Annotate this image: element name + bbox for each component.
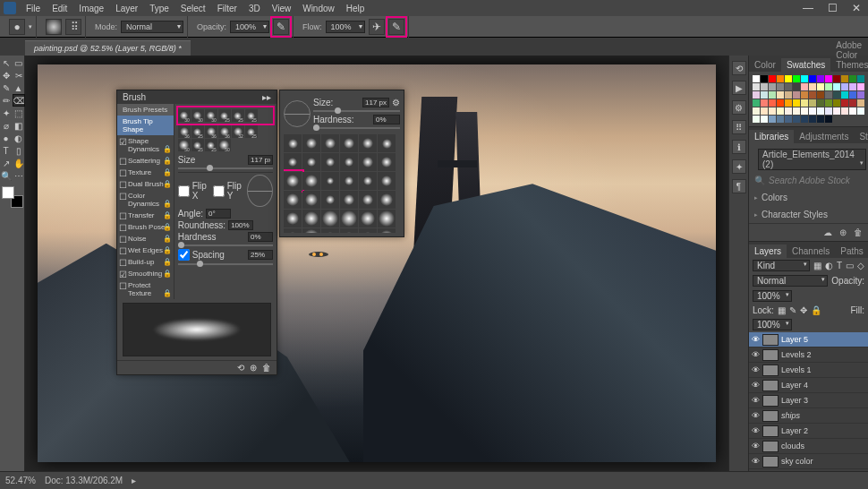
brush-tip-cell[interactable]: 36 [205,125,217,138]
layer-row[interactable]: 👁Levels 2 [749,347,868,363]
tool-16[interactable]: ↗ [1,158,12,168]
swatch[interactable] [809,91,816,99]
layer-opacity-field[interactable]: 100% [753,290,792,302]
properties-icon[interactable]: ⚙ [732,100,746,115]
lib-upload-icon[interactable]: ☁ [823,227,832,237]
swatch[interactable] [753,83,760,90]
brush-tip-cell[interactable]: 32 [232,125,244,138]
swatch[interactable] [769,83,776,90]
library-dropdown[interactable]: Article_Elements_2014 (2) [758,149,866,170]
swatch[interactable] [801,99,808,107]
swatch[interactable] [753,116,760,123]
brush-option[interactable]: ☐Color Dynamics🔒 [117,190,174,210]
brush-option[interactable]: ☐Transfer🔒 [117,210,174,221]
spacing-checkbox[interactable] [178,249,190,261]
brush-preset-cell[interactable] [321,210,339,227]
tab-channels[interactable]: Channels [787,244,835,258]
swatch[interactable] [785,75,792,82]
panel-close-icon[interactable]: ▸▸ [262,92,271,102]
swatch[interactable] [825,116,832,123]
picker-angle-control[interactable] [284,100,311,127]
visibility-icon[interactable]: 👁 [751,426,760,435]
brush-preset-cell[interactable] [302,228,320,233]
brush-option[interactable]: ☐Noise🔒 [117,233,174,244]
menu-select[interactable]: Select [175,4,211,13]
swatch[interactable] [849,107,856,115]
lock-paint-icon[interactable]: ✎ [789,305,796,315]
swatch[interactable] [849,83,856,90]
create-brush-icon[interactable]: ⊕ [250,363,257,373]
swatch[interactable] [761,116,768,123]
brush-preset-cell[interactable] [359,228,377,233]
lib-add-icon[interactable]: ⊕ [839,227,847,237]
brush-preset-cell[interactable] [378,228,396,233]
roundness-field[interactable] [228,220,253,230]
brush-preset-cell[interactable] [378,134,396,152]
brush-preset-cell[interactable] [284,210,302,227]
swatch[interactable] [769,107,776,115]
brush-preset-cell[interactable] [321,134,339,152]
swatch[interactable] [753,91,760,99]
brush-preset-cell[interactable] [340,134,358,152]
tab-styles[interactable]: Styles [854,130,868,143]
swatch[interactable] [801,116,808,123]
swatch[interactable] [801,83,808,90]
lock-trans-icon[interactable]: ▦ [778,305,786,315]
swatch[interactable] [777,107,784,115]
brush-tip-cell[interactable]: 25 [191,125,204,138]
brush-preview-icon[interactable] [46,19,62,35]
brush-option[interactable]: ☐Brush Pose🔒 [117,221,174,233]
brush-preset-cell[interactable] [378,210,396,227]
tab-color[interactable]: Color [749,58,781,72]
brush-tip-cell[interactable]: 25 [232,109,244,122]
layer-row[interactable]: 👁Levels 1 [749,363,868,378]
swatch[interactable] [769,99,776,107]
brush-option[interactable]: ☑Smoothing🔒 [117,268,174,279]
tab-layers[interactable]: Layers [749,244,787,258]
brush-preset-cell[interactable] [284,134,302,152]
tool-15[interactable]: ▯ [13,145,24,156]
swatch[interactable] [785,99,792,107]
layer-fill-field[interactable]: 100% [753,319,792,330]
tool-8[interactable]: ✦ [1,107,12,118]
brush-presets-header[interactable]: Brush Presets [117,104,174,116]
swatch[interactable] [809,83,816,90]
doc-size[interactable]: Doc: 13.3M/206.2M [45,476,123,485]
layer-row[interactable]: 👁Layer 2 [749,424,868,439]
brush-presets-icon[interactable]: ⠿ [732,120,746,134]
swatch[interactable] [793,75,800,82]
swatch[interactable] [857,107,864,115]
info-icon[interactable]: ℹ [732,140,746,154]
tab-libraries[interactable]: Libraries [749,130,794,143]
size-slider[interactable] [178,167,273,169]
airbrush-icon[interactable]: ✈ [369,19,385,35]
layer-blend-dropdown[interactable]: Normal [753,275,828,287]
brush-preset-cell[interactable] [284,228,302,233]
tool-0[interactable]: ↖ [1,57,12,68]
angle-control[interactable] [247,175,273,207]
swatch[interactable] [817,116,824,123]
swatch[interactable] [785,107,792,115]
tab-paths[interactable]: Paths [835,244,868,258]
brush-option[interactable]: ☐Texture🔒 [117,167,174,178]
brush-tip-cell[interactable]: 50 [178,139,191,151]
swatch[interactable] [841,75,848,82]
spacing-field[interactable] [248,250,273,260]
swatch[interactable] [761,91,768,99]
layer-row[interactable]: 👁Layer 4 [749,378,868,393]
swatch[interactable] [777,91,784,99]
visibility-icon[interactable]: 👁 [751,396,760,405]
lock-pos-icon[interactable]: ✥ [800,305,807,315]
tool-1[interactable]: ▭ [13,57,24,68]
document-tab[interactable]: painting.psd @ 52.5% (Layer 5, RGB/8) * [25,40,191,56]
picker-hardness-slider[interactable] [313,127,400,129]
brush-option[interactable]: ☐Scattering🔒 [117,155,174,167]
swatch[interactable] [817,75,824,82]
brush-preset-cell[interactable] [359,134,377,152]
tool-10[interactable]: ⌀ [1,120,12,131]
swatch[interactable] [833,75,840,82]
angle-field[interactable] [206,209,231,219]
swatch[interactable] [809,99,816,107]
charstyles-section[interactable]: Character Styles [762,210,828,219]
swatch[interactable] [801,91,808,99]
